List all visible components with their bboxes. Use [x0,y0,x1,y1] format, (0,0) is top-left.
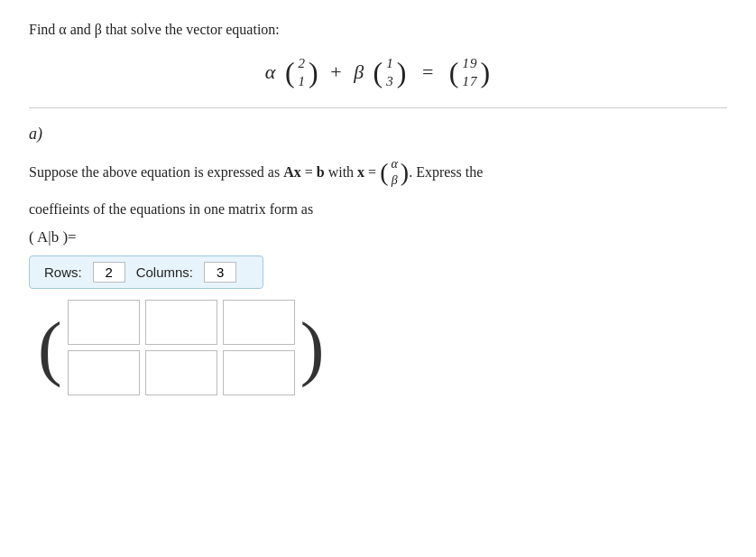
matrix-input-section: Rows: Columns: ( ) [29,255,727,395]
vector-1: ( 2 1 ) [285,54,319,91]
express-the-text: . Express the [409,163,483,179]
problem-statement: Find α and β that solve the vector equat… [29,22,727,91]
paren-left-2: ( [373,58,384,87]
plus-symbol: + [330,60,342,83]
x-vec-values: α β [391,156,397,190]
section-divider [29,107,727,108]
vec1-values: 2 1 [299,54,307,91]
cell-0-2[interactable] [223,300,295,345]
paren-left-3: ( [449,58,460,87]
paren-right-x: ) [401,160,409,185]
vec2-top: 1 [386,54,394,72]
cols-input[interactable] [204,262,236,283]
x-vec-top: α [391,156,397,173]
cell-0-1[interactable] [145,300,217,345]
main-equation: α ( 2 1 ) + β ( 1 3 ) = ( 19 17 ) [29,54,727,91]
line1-text-start: Suppose the above equation is expressed … [29,163,283,179]
x-text: x [357,163,364,179]
paren-left-1: ( [285,58,296,87]
rows-cols-bar: Rows: Columns: [29,255,263,289]
vec1-bot: 1 [299,72,307,90]
equals-symbol: = [422,60,434,83]
equals-b-text: = [301,163,317,179]
vec-result-top: 19 [463,54,478,72]
rows-input[interactable] [93,262,125,283]
cell-1-1[interactable] [145,350,217,395]
alpha-coeff: α [265,60,277,83]
part-a-section: a) Suppose the above equation is express… [29,125,727,396]
part-a-line1: Suppose the above equation is expressed … [29,156,727,190]
part-a-label: a) [29,125,727,144]
vector-result: ( 19 17 ) [449,54,491,91]
rows-label: Rows: [44,265,82,280]
b-text: b [317,163,325,179]
intro-text: Find α and β that solve the vector equat… [29,22,727,38]
augmented-label: ( A|b )= [29,228,727,246]
matrix-grid [68,300,295,395]
vec-result-bot: 17 [463,72,478,90]
vector-2: ( 1 3 ) [373,54,408,91]
beta-coeff: β [354,60,364,83]
paren-right-3: ) [481,58,492,87]
ax-text: Ax [283,163,301,179]
big-paren-left: ( [38,315,62,380]
matrix-outer: ( ) [38,300,727,395]
with-x-text: with [325,163,357,179]
part-a-line2: coeffieints of the equations in one matr… [29,197,727,221]
cell-1-2[interactable] [223,350,295,395]
x-vec-bot: β [392,172,398,190]
paren-right-2: ) [397,58,408,87]
paren-right-1: ) [309,58,319,87]
big-paren-right: ) [300,315,325,380]
x-equals-text: = [364,163,380,179]
x-vector: ( α β ) [380,156,409,190]
vec2-values: 1 3 [386,54,394,91]
cols-label: Columns: [136,265,193,280]
vec-result-values: 19 17 [463,54,478,91]
aug-label-text: ( A|b )= [29,228,77,246]
vec1-top: 2 [299,54,307,72]
paren-left-x: ( [380,160,388,185]
vec2-bot: 3 [386,72,394,90]
cell-1-0[interactable] [68,350,140,395]
cell-0-0[interactable] [68,300,140,345]
